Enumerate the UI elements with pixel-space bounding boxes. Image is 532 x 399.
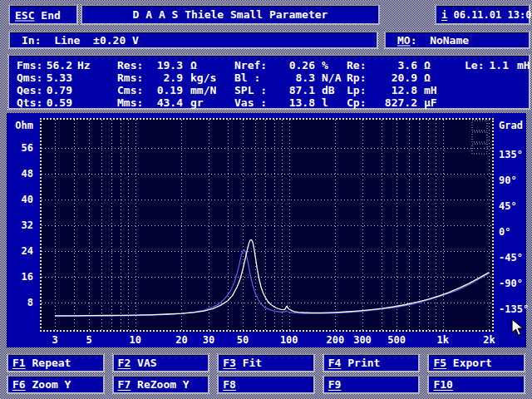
x-axis-tick: 20	[175, 335, 187, 345]
x-axis-tick: 1k	[436, 335, 448, 345]
parameter-value: 20.9	[371, 71, 417, 84]
fkey-action-label: VAS	[137, 357, 156, 369]
parameter-unit: N/A	[322, 71, 341, 84]
impedance-plot-svg	[42, 120, 492, 330]
parameter-label: Re:	[347, 59, 366, 71]
fkey-button-f9[interactable]: F9	[323, 375, 421, 394]
fkey-key-label: F9	[328, 378, 342, 391]
fkey-button-f10[interactable]: F10	[427, 375, 525, 394]
fkey-action-label: Export	[453, 357, 492, 369]
parameter-unit: µF	[424, 96, 437, 109]
x-axis-tick: 500	[387, 335, 406, 345]
fkey-key-label: F8	[223, 378, 236, 391]
y-axis-tick-ohm: 56	[7, 143, 33, 153]
fkey-key-label: F3	[223, 357, 236, 369]
esc-end-button[interactable]: ESC End	[8, 4, 78, 25]
fkey-button-f5[interactable]: F5 Export	[427, 353, 525, 372]
fkey-action-label: Repeat	[32, 357, 71, 369]
parameter-label: Lp:	[347, 84, 366, 96]
parameter-label: Rp:	[347, 71, 366, 84]
parameter-label: Le:	[465, 59, 484, 71]
parameter-unit: mm/N	[190, 84, 216, 96]
x-axis-tick: 10	[129, 335, 140, 345]
parameter-label: Bl :	[234, 71, 260, 84]
parameter-row: Qms:5.33Rms:2.9kg/sBl :8.3N/ARp:20.9Ω	[9, 71, 529, 84]
curve-impedance-fitted	[55, 249, 489, 316]
fkey-key-label: F7	[118, 378, 131, 391]
fkey-key-label: F4	[328, 357, 342, 369]
parameter-unit: %	[322, 59, 328, 71]
input-label: In:	[22, 34, 41, 47]
fkey-key-label: F10	[433, 378, 452, 391]
fkey-button-f1[interactable]: F1 Repeat	[7, 353, 105, 372]
parameter-row: Fms:56.2HzRes:19.3ΩNref:0.26%Re:3.6ΩLe:1…	[9, 59, 529, 71]
x-axis-tick: 200	[327, 335, 345, 345]
parameter-value: 3.6	[371, 59, 417, 71]
y-axis-tick-grad: -135°	[499, 304, 529, 314]
info-key-label: i	[441, 9, 447, 21]
parameter-value: 12.8	[371, 84, 417, 96]
fkey-button-f7[interactable]: F7 ReZoom Y	[112, 375, 210, 394]
x-axis-tick: 30	[203, 335, 214, 345]
parameter-value: 0.19	[136, 84, 183, 96]
parameter-unit: dB	[322, 84, 335, 96]
fkey-key-label: F1	[12, 357, 26, 369]
model-name-value: NoName	[430, 34, 469, 47]
y-axis-tick-grad: -90°	[499, 278, 523, 288]
x-axis-tick: 300	[353, 335, 372, 345]
x-axis-tick: 3	[52, 335, 57, 345]
fkey-button-f2[interactable]: F2 VAS	[112, 353, 210, 372]
function-key-row-1: F1 RepeatF2 VASF3 FitF4 PrintF5 Export	[7, 353, 525, 372]
impedance-plot-area	[40, 118, 494, 332]
y-axis-tick-ohm: 48	[7, 169, 33, 179]
daas-screen: ESC End D A A S Thiele Small Parameter i…	[0, 0, 532, 399]
parameter-value: 13.8	[268, 96, 315, 109]
x-axis-tick: 50	[237, 335, 249, 345]
fkey-key-label: F2	[118, 357, 131, 369]
parameter-value: 8.3	[268, 71, 315, 84]
parameter-row: Qes:0.79Cms:0.19mm/NSPL :87.1dBLp:12.8mH	[9, 84, 529, 96]
fkey-action-label: ReZoom Y	[137, 378, 190, 391]
parameter-value: 56.2	[26, 59, 72, 71]
parameter-value: 19.3	[136, 59, 183, 71]
model-name-field[interactable]: MO: NoName	[384, 31, 530, 49]
y-axis-tick-ohm: 32	[7, 220, 33, 230]
model-key-label: MO	[397, 34, 411, 47]
fkey-button-f8[interactable]: F8	[217, 375, 315, 394]
parameter-unit: Ω	[424, 71, 431, 84]
window-title: D A A S Thiele Small Parameter	[81, 4, 380, 25]
parameter-label: Vas :	[234, 96, 267, 109]
y-axis-tick-ohm: 8	[7, 298, 33, 308]
fkey-button-f4[interactable]: F4 Print	[323, 353, 421, 372]
parameter-label: Cp:	[347, 96, 366, 109]
parameter-value: 0.26	[268, 59, 315, 71]
parameter-unit: Ω	[190, 59, 197, 71]
y-axis-tick-grad: 90°	[499, 175, 517, 185]
parameter-unit: l	[322, 96, 328, 109]
parameter-unit: Ω	[424, 59, 431, 71]
corner-dither-glyph	[472, 132, 487, 142]
fkey-key-label: F6	[12, 378, 26, 391]
y-axis-tick-grad: 0°	[499, 227, 510, 237]
y-axis-tick-grad: -45°	[499, 253, 523, 263]
parameter-row: Qts:0.59Mms:43.4grVas :13.8lCp:827.2µF	[9, 96, 529, 109]
parameter-unit: Hz	[77, 59, 91, 71]
parameter-unit: kg/s	[190, 71, 216, 84]
parameter-unit: mH	[424, 84, 437, 96]
input-level-value: ±0.20 V	[93, 34, 139, 47]
fkey-button-f6[interactable]: F6 Zoom Y	[7, 375, 105, 394]
y-axis-title-ohm: Ohm	[7, 121, 33, 131]
x-axis-tick: 2k	[483, 335, 495, 345]
parameter-value: 0.59	[26, 96, 72, 109]
y-axis-tick-grad: 45°	[499, 201, 517, 211]
parameter-label: Nref:	[234, 59, 267, 71]
y-axis-title-grad: Grad	[499, 121, 523, 131]
y-axis-tick-ohm: 40	[7, 195, 33, 204]
esc-key-label: ESC	[15, 8, 34, 21]
fkey-key-label: F5	[433, 357, 446, 369]
parameter-value: 87.1	[268, 84, 315, 96]
parameter-value: 0.79	[26, 84, 72, 96]
fkey-button-f3[interactable]: F3 Fit	[217, 353, 315, 372]
input-source-field[interactable]: In: Line ±0.20 V	[8, 31, 378, 49]
info-datetime-button[interactable]: i 06.11.01 13:08	[435, 4, 530, 25]
